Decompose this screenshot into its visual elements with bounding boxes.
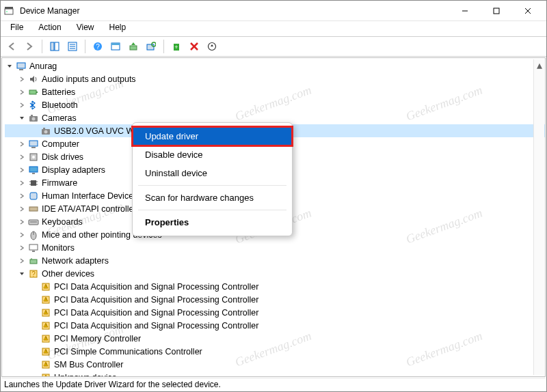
app-icon (3, 5, 14, 16)
tree-category[interactable]: Batteries (5, 85, 545, 98)
tree-item[interactable]: !PCI Data Acquisition and Signal Process… (5, 293, 545, 306)
camera-icon (40, 126, 51, 137)
ide-icon (28, 204, 39, 214)
svg-rect-46 (30, 193, 37, 199)
scroll-up-arrow[interactable]: ▴ (534, 59, 544, 70)
chevron-right-icon[interactable] (17, 217, 27, 227)
close-button[interactable] (512, 1, 544, 21)
tree-item[interactable]: !PCI Data Acquisition and Signal Process… (5, 306, 545, 319)
menu-file[interactable]: File (3, 21, 30, 36)
disable-button[interactable] (186, 38, 202, 55)
scan-hardware-button[interactable] (143, 38, 159, 55)
svg-rect-18 (147, 44, 154, 50)
toolbar: ? + (1, 36, 546, 57)
minimize-button[interactable] (449, 1, 481, 21)
svg-rect-28 (36, 92, 38, 93)
svg-text:+: + (174, 44, 178, 51)
svg-rect-25 (17, 63, 25, 68)
titlebar: Device Manager (1, 1, 546, 21)
chevron-right-icon[interactable] (17, 87, 27, 97)
show-hide-tree-button[interactable] (46, 38, 63, 55)
tree-label: Keyboards (42, 216, 83, 228)
warn-icon: ! (40, 320, 51, 331)
computer-icon (16, 61, 27, 72)
svg-rect-53 (32, 251, 35, 252)
action-center-button[interactable] (107, 38, 124, 55)
tree-item[interactable]: !PCI Simple Communications Controller (5, 345, 545, 358)
tree-label: PCI Simple Communications Controller (54, 346, 202, 358)
computer-icon (28, 139, 39, 150)
network-icon (28, 255, 39, 266)
svg-rect-41 (31, 180, 36, 186)
svg-rect-31 (31, 115, 33, 116)
chevron-down-icon[interactable] (17, 269, 27, 279)
vertical-scrollbar[interactable]: ▴ (533, 59, 544, 375)
svg-rect-40 (32, 173, 35, 174)
context-menu-item[interactable]: Uninstall device (133, 164, 292, 182)
chevron-right-icon[interactable] (17, 256, 27, 266)
tree-category[interactable]: Audio inputs and outputs (5, 72, 545, 85)
forward-button[interactable] (21, 38, 38, 55)
menu-help[interactable]: Help (103, 21, 133, 36)
tree-item[interactable]: !Unknown device (5, 371, 545, 376)
tree-item[interactable]: !PCI Memory Controller (5, 332, 545, 345)
svg-rect-34 (43, 128, 45, 129)
warn-icon: ! (40, 281, 51, 292)
tree-item[interactable]: !PCI Data Acquisition and Signal Process… (5, 319, 545, 332)
window-title: Device Manager (20, 6, 449, 16)
chevron-right-icon[interactable] (17, 139, 27, 149)
menu-action[interactable]: Action (31, 21, 68, 36)
tree-item[interactable]: !SM Bus Controller (5, 358, 545, 371)
chevron-right-icon[interactable] (17, 152, 27, 162)
tree-label: Human Interface Devices (42, 190, 137, 202)
tree-category[interactable]: Bluetooth (5, 98, 545, 111)
tree-category[interactable]: Monitors (5, 241, 545, 254)
svg-rect-4 (494, 8, 499, 14)
warn-icon: ! (40, 333, 51, 344)
back-button[interactable] (3, 38, 20, 55)
tree-category[interactable]: Network adapters (5, 254, 545, 267)
tree-label: PCI Data Acquisition and Signal Processi… (54, 320, 258, 332)
warn-icon: ! (40, 346, 51, 357)
tree-label: Disk drives (42, 151, 83, 163)
tree-category[interactable]: ?Other devices (5, 267, 545, 280)
svg-rect-52 (29, 244, 38, 250)
svg-point-38 (32, 156, 35, 158)
context-menu-item[interactable]: Scan for hardware changes (133, 188, 292, 207)
chevron-down-icon[interactable] (5, 61, 14, 71)
help-button[interactable]: ? (90, 38, 106, 55)
svg-rect-47 (29, 207, 38, 211)
chevron-right-icon[interactable] (17, 100, 27, 110)
svg-rect-16 (111, 43, 120, 45)
svg-rect-36 (31, 147, 36, 148)
menu-view[interactable]: View (70, 21, 101, 36)
svg-rect-54 (30, 260, 37, 264)
context-menu-item[interactable]: Properties (133, 213, 292, 232)
chevron-right-icon[interactable] (17, 165, 27, 175)
uninstall-button[interactable] (204, 38, 220, 55)
tree-root[interactable]: Anurag (5, 59, 545, 72)
context-menu-item[interactable]: Disable device (133, 145, 292, 164)
disk-icon (28, 152, 39, 163)
context-menu-item[interactable]: Update driver (133, 127, 292, 145)
update-driver-button[interactable] (125, 38, 142, 55)
chevron-right-icon[interactable] (17, 178, 27, 188)
chevron-right-icon[interactable] (17, 204, 27, 214)
tree-label: Network adapters (42, 255, 109, 267)
svg-text:?: ? (31, 270, 36, 278)
chevron-down-icon[interactable] (17, 113, 27, 123)
maximize-button[interactable] (481, 1, 512, 21)
context-menu-separator (138, 185, 286, 186)
tree-label: PCI Data Acquisition and Signal Processi… (54, 307, 258, 319)
add-drivers-button[interactable]: + (168, 38, 185, 55)
chevron-right-icon[interactable] (17, 243, 27, 253)
chevron-right-icon[interactable] (17, 230, 27, 240)
chevron-right-icon[interactable] (17, 74, 27, 84)
svg-rect-27 (29, 90, 36, 94)
toolbar-separator (85, 40, 85, 53)
properties-button[interactable] (64, 38, 81, 55)
chevron-right-icon[interactable] (17, 191, 27, 201)
tree-item[interactable]: !PCI Data Acquisition and Signal Process… (5, 280, 545, 293)
context-menu-separator (138, 210, 286, 210)
menubar: File Action View Help (1, 21, 546, 36)
